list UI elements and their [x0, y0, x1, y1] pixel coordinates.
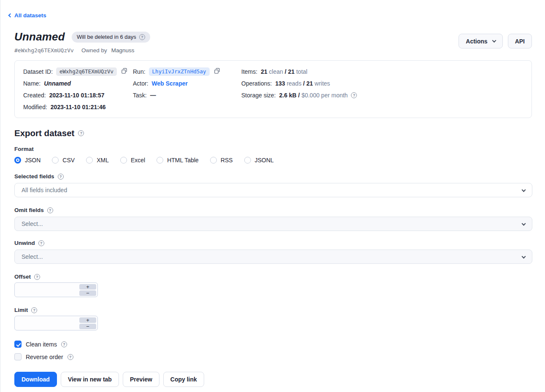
radio-icon[interactable] — [52, 157, 59, 164]
limit-label: Limit ? — [14, 307, 532, 313]
limit-decrement-button[interactable]: − — [79, 324, 96, 329]
breadcrumb-all-datasets[interactable]: All datasets — [9, 12, 46, 19]
help-icon[interactable]: ? — [351, 92, 357, 98]
actor-link[interactable]: Web Scraper — [152, 80, 188, 87]
name-label: Name: — [23, 80, 40, 87]
help-icon[interactable]: ? — [78, 130, 84, 136]
run-row: Run: LhyiIvJrxZTnHd5ay — [133, 68, 241, 75]
omit-fields-select[interactable]: Select... — [14, 217, 532, 231]
modified-row: Modified: 2023-11-10 01:21:46 — [23, 103, 133, 110]
download-button[interactable]: Download — [14, 372, 57, 387]
clean-items-label: Clean items — [26, 341, 57, 348]
help-icon[interactable]: ? — [34, 274, 40, 280]
storage-label: Storage size: — [241, 92, 276, 99]
api-button[interactable]: API — [508, 34, 532, 48]
actor-row: Actor: Web Scraper — [133, 80, 241, 87]
copy-icon — [214, 68, 220, 75]
chevron-left-icon — [8, 13, 13, 18]
help-icon[interactable]: ? — [47, 207, 53, 213]
modified-label: Modified: — [23, 104, 47, 110]
dataset-id-label: Dataset ID: — [23, 68, 53, 75]
reverse-order-checkbox-row[interactable]: Reverse order ? — [14, 353, 532, 360]
format-radio-html-table[interactable]: HTML Table — [156, 157, 199, 164]
dataset-hash: #eWxhg2q6TEXmUQzVv — [14, 47, 74, 54]
radio-icon[interactable] — [244, 157, 251, 164]
unwind-label: Unwind ? — [14, 240, 532, 246]
chevron-down-icon — [492, 38, 496, 43]
offset-increment-button[interactable]: + — [79, 284, 96, 290]
task-value: — — [150, 92, 156, 99]
operations-label: Operations: — [241, 80, 272, 87]
offset-label: Offset ? — [14, 274, 532, 280]
format-radio-csv[interactable]: CSV — [52, 157, 75, 164]
modified-value: 2023-11-10 01:21:46 — [51, 104, 106, 110]
owner-name: Magnuss — [111, 47, 135, 54]
format-radio-excel[interactable]: Excel — [120, 157, 145, 164]
checkbox-icon[interactable] — [14, 353, 22, 360]
created-row: Created: 2023-11-10 01:18:57 — [23, 91, 133, 99]
page-header: Unnamed Will be deleted in 6 days ? #eWx… — [14, 30, 532, 54]
created-label: Created: — [23, 92, 46, 99]
checkbox-icon[interactable] — [14, 341, 22, 348]
copy-run-id-button[interactable] — [214, 68, 220, 75]
dataset-detail-page: All datasets Unnamed Will be deleted in … — [0, 0, 545, 392]
radio-icon[interactable] — [156, 157, 163, 164]
help-icon[interactable]: ? — [67, 354, 73, 360]
task-label: Task: — [133, 92, 147, 99]
export-section-title: Export dataset ? — [14, 128, 532, 138]
offset-decrement-button[interactable]: − — [79, 290, 96, 296]
copy-dataset-id-button[interactable] — [121, 68, 127, 75]
storage-row: Storage size: 2.6 kB / $0.000 per month … — [241, 91, 357, 99]
preview-button[interactable]: Preview — [123, 372, 159, 387]
selected-fields-value: All fields included — [22, 187, 67, 193]
limit-increment-button[interactable]: + — [79, 317, 96, 323]
limit-input[interactable]: + − — [14, 316, 98, 330]
items-row: Items: 21 clean / 21 total — [241, 68, 357, 75]
view-in-new-tab-button[interactable]: View in new tab — [61, 372, 119, 387]
format-radio-rss[interactable]: RSS — [210, 157, 233, 164]
reverse-order-label: Reverse order — [26, 354, 63, 360]
task-row: Task: — — [133, 91, 241, 99]
copy-link-button[interactable]: Copy link — [163, 372, 204, 387]
help-icon[interactable]: ? — [61, 341, 67, 347]
help-icon[interactable]: ? — [58, 174, 64, 180]
dataset-id-chip: eWxhg2q6TEXmUQzVv — [56, 67, 117, 76]
deletion-badge-label: Will be deleted in 6 days — [77, 34, 136, 40]
help-icon[interactable]: ? — [31, 307, 37, 313]
dataset-info-card: Dataset ID: eWxhg2q6TEXmUQzVv Name: Unna… — [14, 60, 532, 118]
radio-icon[interactable] — [86, 157, 93, 164]
actions-button[interactable]: Actions — [459, 34, 502, 48]
unwind-select[interactable]: Select... — [14, 250, 532, 264]
format-radio-json[interactable]: JSON — [14, 157, 40, 164]
name-value: Unnamed — [44, 80, 71, 87]
unwind-placeholder: Select... — [22, 253, 43, 260]
page-title: Unnamed — [14, 30, 65, 43]
help-icon[interactable]: ? — [38, 240, 44, 246]
omit-fields-label: Omit fields ? — [14, 207, 532, 213]
operations-row: Operations: 133 reads / 21 writes — [241, 80, 357, 87]
chevron-down-icon — [522, 188, 526, 192]
chevron-down-icon — [522, 222, 526, 226]
dataset-id-row: Dataset ID: eWxhg2q6TEXmUQzVv — [23, 68, 133, 75]
help-icon[interactable]: ? — [139, 34, 145, 40]
radio-icon[interactable] — [14, 157, 21, 164]
format-radio-group: JSON CSV XML Excel HTML Table RSS — [14, 157, 532, 164]
items-label: Items: — [241, 68, 257, 75]
run-label: Run: — [133, 68, 146, 75]
radio-icon[interactable] — [120, 157, 127, 164]
created-value: 2023-11-10 01:18:57 — [49, 92, 105, 99]
radio-icon[interactable] — [210, 157, 217, 164]
owned-by-label: Owned by — [81, 47, 107, 54]
format-radio-jsonl[interactable]: JSONL — [244, 157, 274, 164]
offset-input[interactable]: + − — [14, 282, 98, 297]
run-id-chip[interactable]: LhyiIvJrxZTnHd5ay — [149, 67, 210, 76]
format-label: Format — [14, 146, 532, 152]
breadcrumb-label: All datasets — [14, 12, 46, 19]
selected-fields-select[interactable]: All fields included — [14, 183, 532, 197]
omit-fields-placeholder: Select... — [22, 220, 43, 227]
api-button-label: API — [515, 38, 525, 45]
deletion-badge: Will be deleted in 6 days ? — [72, 32, 150, 43]
format-radio-xml[interactable]: XML — [86, 157, 109, 164]
export-actions: Download View in new tab Preview Copy li… — [14, 372, 532, 387]
clean-items-checkbox-row[interactable]: Clean items ? — [14, 341, 532, 348]
